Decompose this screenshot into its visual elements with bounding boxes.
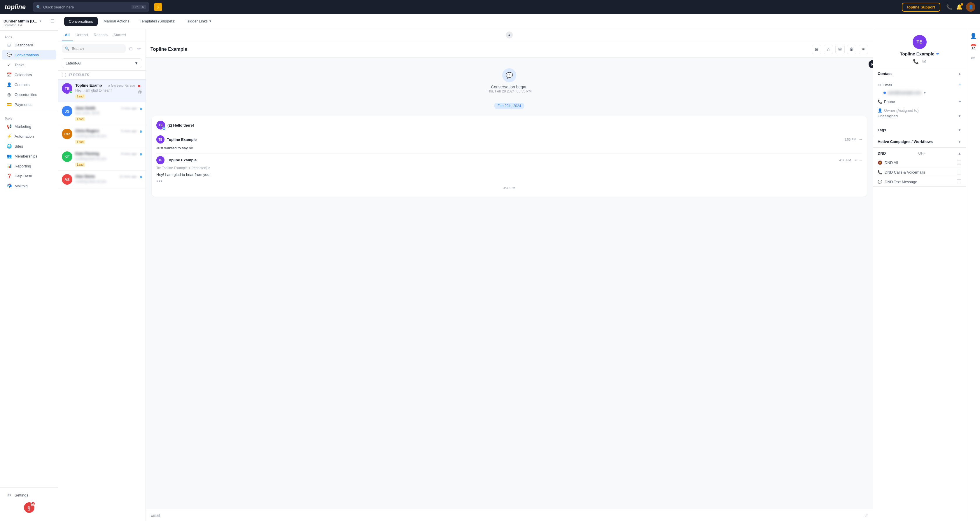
archive-button[interactable]: ⊟ [812, 45, 821, 54]
far-right-panel: 👤 📅 ✏ [966, 29, 980, 521]
g-badge[interactable]: g 11 [24, 502, 34, 513]
message-ellipsis[interactable]: ••• [156, 178, 862, 184]
dnd-text-label: DND Text Message [885, 180, 917, 184]
support-button[interactable]: topline Support [902, 3, 940, 12]
dnd-calls-checkbox[interactable] [957, 170, 961, 174]
calendar-sidebar-icon[interactable]: 📅 [970, 44, 977, 50]
contact-edit-icon[interactable]: ✏ [936, 52, 939, 56]
message-sender-avatar: TE ✉ [156, 121, 165, 129]
star-button[interactable]: ☆ [824, 45, 833, 54]
lightning-button[interactable]: ⚡ [154, 3, 162, 11]
email-button[interactable]: ✉ [835, 45, 845, 54]
owner-row: 👤 Owner (Assigned to) Unassigned ▼ [878, 106, 961, 121]
sidebar-item-label: Conversations [14, 53, 39, 57]
contact-name: Topline Example ✏ [900, 51, 939, 56]
search-box[interactable]: 🔍 [62, 45, 126, 53]
conv-tab-unread[interactable]: Unread [73, 29, 91, 41]
contact-section-header[interactable]: Contact ▲ [873, 68, 966, 79]
apps-section-label: Apps [0, 33, 58, 40]
sidebar-item-conversations[interactable]: 💬 Conversations [2, 50, 56, 59]
message-item-header-1: TE Topline Example 4:30 PM ↩ ⋯ [156, 156, 862, 164]
collapse-up-icon[interactable]: ▲ [506, 32, 513, 38]
message-header: Topline Example ⊟ ☆ ✉ 🗑 ≡ [146, 41, 873, 58]
dnd-all-checkbox[interactable] [957, 160, 961, 165]
conv-item-2[interactable]: CR Chris Rogers 5 mins ago Looking back … [58, 125, 146, 148]
message-body-1: Hey! I am glad to hear from you! [156, 172, 862, 178]
sidebar-item-reporting[interactable]: 📊 Reporting [2, 161, 56, 170]
sidebar-item-tasks[interactable]: ✓ Tasks [2, 60, 56, 69]
edit-sidebar-icon[interactable]: ✏ [971, 55, 975, 61]
sidebar-item-sites[interactable]: 🌐 Sites [2, 142, 56, 151]
conv-tab-all[interactable]: All [62, 29, 73, 41]
sidebar-item-mailfold[interactable]: 📬 Mailfold [2, 181, 56, 191]
panel-collapse-bar: ▲ [146, 29, 873, 41]
conv-item-0[interactable]: TE Topline Examp a few seconds ago Hey! … [58, 80, 146, 102]
dnd-status: OFF [918, 151, 926, 156]
conv-tab-recents[interactable]: Recents [91, 29, 111, 41]
select-all-checkbox[interactable] [62, 73, 66, 77]
helpdesk-icon: ❓ [6, 174, 12, 178]
message-reply-icon-1[interactable]: ↩ [854, 158, 858, 162]
panels: All Unread Recents Starred 🔍 ⊟ ✏ Latest-… [58, 29, 980, 521]
contact-email-icon[interactable]: ✉ [922, 59, 926, 64]
message-item-header-0: TE Topline Example 3:55 PM ⋯ [156, 135, 862, 143]
sidebar-item-contacts[interactable]: 👤 Contacts [2, 80, 56, 89]
dnd-text-checkbox[interactable] [957, 179, 961, 184]
contact-actions: 📞 ✉ [913, 59, 926, 64]
sites-icon: 🌐 [6, 144, 12, 148]
contact-phone-icon[interactable]: 📞 [913, 59, 919, 64]
conv-tab-starred[interactable]: Starred [111, 29, 129, 41]
conv-avatar-4: AS [62, 174, 72, 185]
tab-manual-actions[interactable]: Manual Actions [99, 15, 134, 28]
search-input[interactable] [72, 46, 123, 51]
email-chevron-icon[interactable]: ▼ [923, 91, 927, 95]
tab-trigger-links[interactable]: Trigger Links ▼ [181, 15, 216, 28]
notifications-icon[interactable]: 🔔 [956, 4, 963, 10]
message-more-icon-1[interactable]: ⋯ [859, 158, 862, 162]
filter-dropdown[interactable]: Latest-All ▼ [62, 58, 142, 68]
workspace-selector[interactable]: Dunder Mifflin [D... ▼ ☰ Scranton, PA [0, 18, 58, 30]
more-options-button[interactable]: ≡ [859, 45, 868, 54]
email-field-icon: ✉ [878, 83, 881, 87]
sidebar-item-helpdesk[interactable]: ❓ Help Desk [2, 171, 56, 180]
sidebar-item-marketing[interactable]: 📢 Marketing [2, 122, 56, 131]
input-expand-icon[interactable]: ⤢ [864, 513, 868, 518]
sidebar-collapse-button[interactable]: ☰ [51, 19, 54, 23]
delete-button[interactable]: 🗑 [847, 45, 856, 54]
dnd-text-item: 💬 DND Text Message [878, 177, 961, 186]
sidebar-item-settings[interactable]: ⚙ Settings [2, 491, 56, 500]
message-input-area: Email ⤢ [146, 509, 873, 521]
tags-section-header[interactable]: Tags ▼ [873, 124, 966, 135]
message-more-icon-0[interactable]: ⋯ [859, 137, 862, 142]
owner-chevron-icon[interactable]: ▼ [958, 114, 961, 118]
compose-icon[interactable]: ✏ [136, 45, 142, 52]
dnd-section-header[interactable]: DND OFF ▲ [878, 148, 961, 158]
content-area: Conversations Manual Actions Templates (… [58, 14, 980, 521]
g-badge-count: 11 [30, 502, 35, 506]
conv-item-4[interactable]: AS Alex Stone 12 mins ago Looking back a… [58, 170, 146, 188]
sidebar-item-dashboard[interactable]: ⊞ Dashboard [2, 40, 56, 49]
tab-templates[interactable]: Templates (Snippets) [135, 15, 180, 28]
phone-add-button[interactable]: + [959, 99, 961, 104]
sidebar: Dunder Mifflin [D... ▼ ☰ Scranton, PA Ap… [0, 14, 58, 521]
search-bar[interactable]: 🔍 Quick search here Ctrl + K [33, 2, 150, 12]
user-profile-icon[interactable]: 👤 [970, 33, 977, 39]
message-group-0: TE ✉ (2) Hello there! TE Topline Example… [152, 116, 867, 197]
email-add-button[interactable]: + [959, 82, 961, 88]
filter-icon[interactable]: ⊟ [128, 45, 134, 52]
user-avatar[interactable]: 👤 [966, 2, 975, 12]
sidebar-item-opportunities[interactable]: ◎ Opportunities [2, 90, 56, 99]
sidebar-item-calendars[interactable]: 📅 Calendars [2, 70, 56, 79]
phone-icon[interactable]: 📞 [946, 4, 953, 10]
conv-avatar-2: CR [62, 129, 72, 139]
conv-item-3[interactable]: KF Kate Fleming 8 mins ago Looking back … [58, 148, 146, 170]
sidebar-item-payments[interactable]: 💳 Payments [2, 100, 56, 109]
tags-section-title: Tags [878, 128, 886, 132]
message-actions: ⊟ ☆ ✉ 🗑 ≡ [812, 45, 868, 54]
tab-conversations[interactable]: Conversations [64, 17, 98, 26]
conv-item-1[interactable]: JS Jane Smith 2 mins ago test 1234, 5678… [58, 102, 146, 125]
campaigns-section-header[interactable]: Active Campaigns / Workflows ▼ [873, 136, 966, 147]
sidebar-item-automation[interactable]: ⚡ Automation [2, 132, 56, 141]
sidebar-item-memberships[interactable]: 👥 Memberships [2, 151, 56, 161]
mailfold-icon: 📬 [6, 183, 12, 188]
